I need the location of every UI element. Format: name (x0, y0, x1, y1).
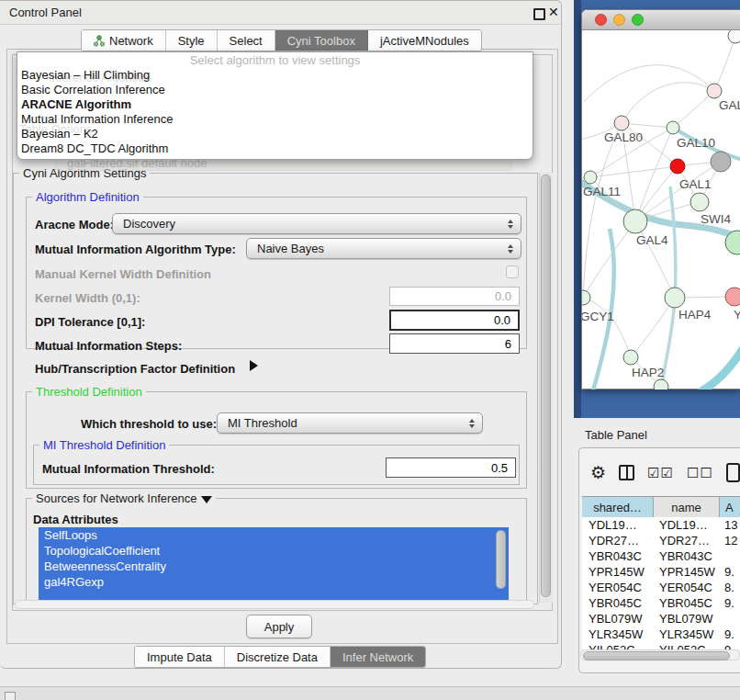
algorithm-option[interactable]: Basic Correlation Inference (17, 83, 533, 97)
network-node[interactable] (707, 84, 722, 98)
threshold-definition-legend: Threshold Definition (32, 385, 146, 399)
network-node[interactable] (614, 116, 629, 130)
table-body: YDL19… YDL19… 13 YDR27… YDR27… 12 YBR043… (582, 517, 740, 649)
tab[interactable]: Network (82, 30, 166, 51)
network-node[interactable] (670, 159, 685, 174)
zoom-traffic-light[interactable] (632, 14, 644, 26)
algorithm-option[interactable]: Bayesian – K2 (17, 127, 533, 141)
select-all-checkboxes-icon[interactable]: ☑☑ (647, 465, 674, 481)
which-threshold-value: MI Threshold (228, 416, 297, 430)
mi-algorithm-type-combo[interactable]: Naive Bayes (246, 238, 521, 259)
column-header-name[interactable]: name (654, 497, 720, 517)
network-node[interactable] (667, 121, 679, 134)
network-node-label: GAL (719, 98, 740, 112)
attribute-list-item[interactable]: SelfLoops (39, 527, 509, 543)
mi-threshold-field[interactable]: 0.5 (386, 457, 516, 478)
bottom-tab[interactable]: Discretize Data (225, 647, 331, 667)
network-node[interactable] (582, 290, 590, 305)
dpi-tolerance-field[interactable]: 0.0 (389, 310, 520, 331)
network-node-label: GAL4 (636, 233, 668, 247)
tab[interactable]: jActiveMNodules (368, 30, 481, 51)
network-canvas[interactable]: GALGAL80GAL10GAL11GAL1SWI4GAL4GCY1HAP4YH… (582, 30, 740, 390)
table-row[interactable]: YPR145W YPR145W 9. (582, 564, 740, 580)
panel-toggle-icon[interactable] (5, 692, 16, 700)
network-node-label: GCY1 (582, 310, 614, 323)
minimize-traffic-light[interactable] (613, 14, 625, 26)
network-node[interactable] (654, 379, 668, 390)
network-node[interactable] (690, 193, 709, 211)
tab-label: Cyni Toolbox (287, 34, 355, 48)
mi-steps-field[interactable]: 6 (389, 333, 520, 354)
algorithm-option[interactable]: Bayesian – Hill Climbing (17, 68, 533, 83)
bottom-tab-label: Impute Data (147, 650, 212, 664)
mi-algorithm-type-value: Naive Bayes (257, 242, 324, 255)
close-icon[interactable]: ✕ (548, 5, 559, 19)
tab[interactable]: Select (218, 30, 275, 51)
tab[interactable]: Style (166, 30, 218, 51)
control-panel-tabs: Network Style (81, 29, 482, 51)
control-panel-titlebar (0, 1, 561, 25)
table-row[interactable]: YER054C YER054C 8. (582, 580, 740, 595)
table-row[interactable]: YBR043C YBR043C (582, 548, 740, 564)
combo-stepper-icon (508, 220, 513, 229)
network-node[interactable] (623, 350, 638, 365)
network-node[interactable] (711, 152, 731, 172)
algorithm-option[interactable]: ARACNE Algorithm (17, 97, 533, 112)
aracne-mode-combo[interactable]: Discovery (112, 213, 521, 234)
bottom-tab[interactable]: Infer Network (331, 647, 425, 667)
attribute-list-item[interactable]: gal4RGexp (39, 574, 509, 590)
bottom-status-bar (0, 686, 740, 700)
algorithm-definition-legend: Algorithm Definition (32, 190, 143, 204)
columns-icon[interactable] (619, 465, 634, 480)
data-attributes-list: SelfLoops TopologicalCoefficient Between… (39, 527, 509, 601)
attributes-scrollbar-thumb[interactable] (496, 530, 506, 589)
kernel-width-field[interactable]: 0.0 (389, 287, 520, 306)
network-window-titlebar[interactable] (582, 10, 740, 30)
table-row[interactable]: YIL052C YIL052C 9 (582, 642, 740, 649)
network-window: GALGAL80GAL10GAL11GAL1SWI4GAL4GCY1HAP4YH… (581, 9, 740, 390)
network-node-label: GAL1 (679, 177, 712, 191)
column-header-shared-name[interactable]: shared… (582, 497, 654, 517)
table-row[interactable]: YDR27… YDR27… 12 (582, 533, 740, 548)
gear-icon[interactable]: ⚙ (590, 464, 606, 481)
algorithm-placeholder: Select algorithm to view settings (17, 52, 533, 68)
hub-expand-icon[interactable] (250, 360, 258, 371)
network-node[interactable] (725, 288, 740, 306)
combo-stepper-icon (469, 419, 475, 428)
network-node-label: SWI4 (701, 212, 731, 226)
close-traffic-light[interactable] (595, 14, 607, 26)
network-node[interactable] (728, 30, 740, 43)
hub-definition-label: Hub/Transcription Factor Definition (35, 362, 235, 376)
network-node[interactable] (623, 209, 647, 233)
aracne-mode-label: Aracne Mode: (35, 218, 114, 231)
attribute-list-item[interactable]: BetweennessCentrality (39, 559, 509, 574)
float-panel-icon[interactable] (533, 8, 545, 20)
tab[interactable]: Cyni Toolbox (275, 30, 368, 51)
table-row[interactable]: YBR045C YBR045C 9. (582, 595, 740, 611)
algorithm-dropdown-popup: Select algorithm to view settings Infere… (17, 51, 533, 160)
table-row[interactable]: YBL079W YBL079W (582, 611, 740, 627)
table-row[interactable]: YDL19… YDL19… 13 (582, 517, 740, 533)
bottom-tab[interactable]: Impute Data (135, 647, 225, 667)
sources-collapse-icon[interactable] (201, 496, 212, 503)
table-hscrollbar-thumb[interactable] (583, 651, 730, 660)
column-header-partial[interactable]: A (720, 497, 740, 517)
apply-button[interactable]: Apply (246, 615, 312, 638)
control-panel-title: Control Panel (9, 6, 82, 19)
network-node[interactable] (665, 288, 685, 308)
table-row[interactable]: YLR345W YLR345W 9. (582, 627, 740, 642)
document-icon[interactable] (726, 463, 740, 482)
settings-scrollbar-thumb[interactable] (541, 175, 551, 597)
network-node-label: GAL80 (604, 130, 643, 144)
table-header: shared… name A (582, 496, 740, 518)
algorithm-option[interactable]: Mutual Information Inference (17, 112, 533, 127)
algorithm-option[interactable]: Dream8 DC_TDC Algorithm (17, 141, 533, 156)
network-icon (94, 35, 105, 47)
which-threshold-combo[interactable]: MI Threshold (217, 412, 483, 434)
attribute-list-item[interactable]: TopologicalCoefficient (39, 543, 509, 559)
settings-hscrollbar-track[interactable] (15, 600, 534, 609)
deselect-all-checkboxes-icon[interactable]: ☐☐ (687, 465, 713, 481)
bottom-tab-label: Discretize Data (237, 650, 318, 664)
network-node[interactable] (584, 171, 597, 184)
manual-kernel-width-checkbox[interactable] (506, 265, 519, 278)
